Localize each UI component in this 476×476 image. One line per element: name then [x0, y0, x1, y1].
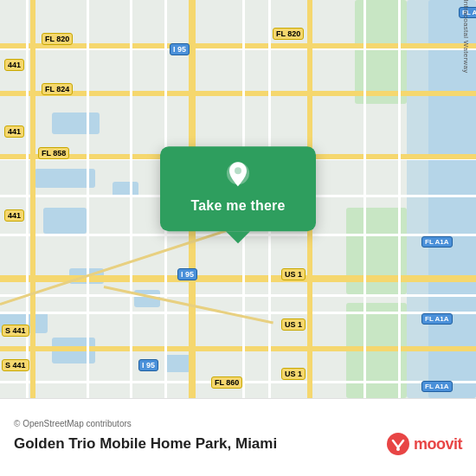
popup-card[interactable]: Take me there: [160, 146, 316, 231]
map-attribution: © OpenStreetMap contributors: [14, 419, 462, 428]
svg-point-2: [387, 433, 409, 455]
badge-i95-mid: I 95: [177, 268, 197, 280]
water-body: [164, 355, 190, 372]
intracoastal-label: Atlantic Intracoastal Waterway: [462, 0, 470, 74]
location-row: Golden Trio Mobile Home Park, Miami moov…: [14, 432, 462, 456]
road-441: [30, 0, 35, 398]
road: [26, 0, 29, 398]
popup-label: Take me there: [184, 198, 292, 214]
water-body: [43, 208, 87, 234]
badge-441-3: 441: [4, 209, 24, 222]
moovit-text: moovit: [414, 435, 462, 453]
badge-i95-btm: I 95: [138, 359, 158, 371]
road: [130, 0, 132, 398]
badge-s441-2: S 441: [2, 359, 29, 371]
water-body: [52, 113, 100, 134]
badge-441-1: 441: [4, 59, 24, 71]
badge-441-2: 441: [4, 125, 24, 138]
badge-fla1a-3: FL A1A: [421, 381, 453, 392]
svg-point-3: [396, 447, 400, 451]
moovit-logo: moovit: [386, 432, 462, 456]
road: [0, 346, 476, 351]
road: [363, 0, 366, 398]
moovit-icon: [386, 432, 410, 456]
badge-s441-1: S 441: [2, 325, 29, 337]
badge-fl860: FL 860: [211, 376, 242, 389]
badge-fl858: FL 858: [38, 147, 69, 159]
road: [0, 294, 476, 297]
badge-fl824: FL 824: [42, 83, 73, 95]
badge-us1-2: US 1: [281, 318, 306, 331]
badge-i95-top: I 95: [170, 43, 190, 55]
badge-us1-1: US 1: [281, 268, 306, 280]
badge-fl820-right: FL 820: [273, 28, 304, 40]
road-a1a: [398, 0, 401, 398]
badge-fla1a-1: FL A1A: [421, 236, 453, 248]
badge-fla1a-2: FL A1A: [421, 313, 453, 325]
map-container: FL A1 FL 820 FL 820 I 95 FL 824 441 441 …: [0, 0, 476, 398]
badge-fl820-left: FL 820: [42, 33, 73, 45]
location-pin: [222, 160, 254, 191]
badge-us1-3: US 1: [281, 368, 306, 380]
bottom-bar: © OpenStreetMap contributors Golden Trio…: [0, 398, 476, 476]
location-name: Golden Trio Mobile Home Park, Miami: [14, 435, 277, 453]
road: [87, 0, 89, 398]
